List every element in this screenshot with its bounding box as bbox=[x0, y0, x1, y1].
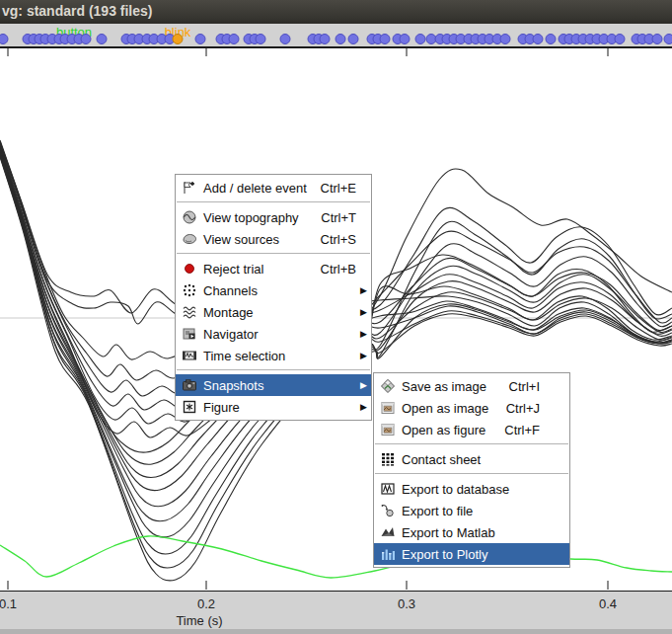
blink-event-marker[interactable] bbox=[173, 34, 184, 44]
menu-item-label: Open as figure bbox=[402, 423, 496, 437]
time-selection-icon bbox=[180, 348, 198, 363]
channels-icon bbox=[180, 282, 198, 298]
menu-item-label: Save as image bbox=[402, 379, 501, 394]
menu-item-view-topography[interactable]: View topography Ctrl+T bbox=[176, 206, 371, 228]
menu-item-shortcut: Ctrl+S bbox=[321, 232, 356, 247]
menu-separator bbox=[374, 440, 569, 448]
context-menu: Add / delete event Ctrl+E View topograph… bbox=[175, 174, 372, 421]
menu-item-label: Channels bbox=[203, 283, 356, 298]
menu-item-add-delete-event[interactable]: Add / delete event Ctrl+E bbox=[176, 177, 371, 198]
tick-label: 0.4 bbox=[599, 596, 617, 611]
menu-item-view-sources[interactable]: View sources Ctrl+S bbox=[176, 228, 371, 250]
snapshots-submenu: Save as image Ctrl+I Open as image Ctrl+… bbox=[373, 372, 570, 568]
event-marker[interactable] bbox=[229, 34, 240, 44]
event-marker[interactable] bbox=[546, 34, 557, 44]
menu-item-label: Time selection bbox=[203, 349, 356, 363]
event-marker[interactable] bbox=[81, 34, 92, 44]
event-marker[interactable] bbox=[652, 34, 663, 44]
menu-item-label: Montage bbox=[203, 305, 356, 320]
app-window: vg: standard (193 files) button blink 0.… bbox=[0, 0, 672, 634]
submenu-arrow-icon: ▶ bbox=[356, 323, 367, 345]
flag-plus-icon bbox=[180, 180, 198, 196]
camera-icon bbox=[180, 377, 198, 393]
menu-item-snapshots[interactable]: Snapshots ▶ bbox=[176, 374, 371, 396]
export-file-icon bbox=[378, 503, 397, 518]
menu-item-label: Open as image bbox=[402, 401, 498, 416]
menu-item-save-as-image[interactable]: Save as image Ctrl+I bbox=[374, 375, 569, 397]
menu-item-label: Figure bbox=[203, 400, 356, 415]
submenu-arrow-icon: ▶ bbox=[356, 374, 367, 396]
menu-item-open-as-image[interactable]: Open as image Ctrl+J bbox=[374, 397, 569, 419]
figure-icon bbox=[180, 399, 198, 415]
menu-item-export-to-file[interactable]: Export to file bbox=[374, 500, 569, 521]
event-marker[interactable] bbox=[415, 34, 426, 44]
menu-item-shortcut: Ctrl+E bbox=[321, 181, 356, 196]
event-marker[interactable] bbox=[533, 34, 544, 44]
menu-separator bbox=[374, 470, 569, 478]
menu-separator bbox=[176, 250, 371, 258]
menu-item-figure[interactable]: Figure ▶ bbox=[176, 396, 371, 418]
export-database-icon bbox=[378, 481, 397, 497]
event-marker-strip[interactable]: button blink bbox=[0, 24, 672, 48]
tick-label: 0.2 bbox=[197, 596, 215, 611]
submenu-arrow-icon: ▶ bbox=[356, 279, 367, 301]
event-marker[interactable] bbox=[195, 34, 206, 44]
submenu-arrow-icon: ▶ bbox=[356, 396, 367, 418]
menu-separator bbox=[176, 366, 371, 374]
window-title: vg: standard (193 files) bbox=[2, 3, 153, 19]
menu-item-label: Snapshots bbox=[203, 378, 356, 393]
open-figure-icon bbox=[378, 422, 397, 437]
tick-label: 0.3 bbox=[398, 596, 415, 611]
menu-item-shortcut: Ctrl+I bbox=[509, 379, 540, 394]
axis-title: Time (s) bbox=[176, 613, 222, 628]
event-marker[interactable] bbox=[400, 34, 411, 44]
event-marker[interactable] bbox=[664, 34, 672, 44]
menu-item-navigator[interactable]: Navigator ▶ bbox=[176, 323, 371, 345]
menu-item-shortcut: Ctrl+B bbox=[321, 262, 356, 277]
menu-item-label: Export to Matlab bbox=[402, 525, 565, 540]
title-bar[interactable]: vg: standard (193 files) bbox=[0, 0, 672, 24]
tick-label: 0.1 bbox=[0, 596, 17, 611]
contact-sheet-icon bbox=[378, 451, 397, 467]
event-marker[interactable] bbox=[615, 34, 626, 44]
menu-item-export-to-database[interactable]: Export to database bbox=[374, 478, 569, 500]
eog-trace bbox=[0, 536, 672, 578]
time-axis: 0.1 0.2 0.3 0.4 Time (s) bbox=[0, 591, 672, 634]
menu-item-label: Contact sheet bbox=[402, 452, 565, 467]
menu-separator bbox=[176, 198, 371, 206]
event-marker[interactable] bbox=[256, 34, 266, 44]
menu-item-label: Add / delete event bbox=[203, 181, 313, 196]
event-marker[interactable] bbox=[336, 34, 346, 44]
topography-icon bbox=[180, 209, 198, 225]
menu-item-time-selection[interactable]: Time selection ▶ bbox=[176, 345, 371, 366]
export-plotly-icon bbox=[378, 546, 397, 562]
event-marker[interactable] bbox=[380, 34, 391, 44]
menu-item-open-as-figure[interactable]: Open as figure Ctrl+F bbox=[374, 419, 569, 440]
open-image-icon bbox=[378, 400, 397, 416]
menu-item-export-to-matlab[interactable]: Export to Matlab bbox=[374, 521, 569, 543]
navigator-icon bbox=[180, 326, 198, 342]
menu-item-shortcut: Ctrl+J bbox=[506, 401, 540, 416]
event-marker[interactable] bbox=[500, 34, 511, 44]
menu-item-label: Export to database bbox=[402, 482, 565, 497]
save-image-icon bbox=[378, 378, 397, 394]
sources-icon bbox=[180, 231, 198, 247]
event-marker[interactable] bbox=[280, 34, 291, 44]
event-marker[interactable] bbox=[0, 34, 9, 44]
event-marker[interactable] bbox=[320, 34, 331, 44]
menu-item-shortcut: Ctrl+T bbox=[321, 210, 356, 225]
menu-item-montage[interactable]: Montage ▶ bbox=[176, 301, 371, 323]
reject-icon bbox=[180, 261, 198, 277]
menu-item-channels[interactable]: Channels ▶ bbox=[176, 279, 371, 301]
menu-item-export-to-plotly[interactable]: Export to Plotly bbox=[374, 543, 569, 565]
event-marker[interactable] bbox=[348, 34, 359, 44]
menu-item-shortcut: Ctrl+F bbox=[504, 423, 540, 437]
menu-item-label: View sources bbox=[203, 232, 313, 247]
montage-icon bbox=[180, 304, 198, 320]
menu-item-contact-sheet[interactable]: Contact sheet bbox=[374, 448, 569, 470]
export-matlab-icon bbox=[378, 524, 397, 540]
menu-item-reject-trial[interactable]: Reject trial Ctrl+B bbox=[176, 258, 371, 279]
event-marker[interactable] bbox=[97, 34, 108, 44]
menu-item-label: View topography bbox=[203, 210, 313, 225]
menu-item-label: Reject trial bbox=[203, 262, 313, 277]
